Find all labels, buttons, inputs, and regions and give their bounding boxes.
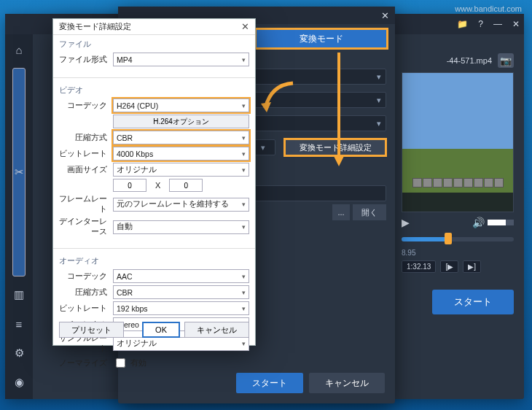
dialog-title: 変換モード詳細設定 (59, 21, 131, 32)
record-icon[interactable]: ◉ (12, 376, 26, 389)
x-separator: X (149, 181, 166, 190)
mark-out-icon[interactable]: ▶] (463, 260, 481, 273)
audio-section-title: オーディオ (59, 256, 249, 266)
advanced-encode-dialog: 変換モード詳細設定 ✕ ファイル ファイル形式 MP4▾ ビデオ コーデック H… (52, 18, 256, 346)
video-compress-select[interactable]: CBR▾ (113, 131, 249, 144)
framerate-select[interactable]: 元のフレームレートを維持する▾ (113, 198, 249, 212)
deinterlace-select[interactable]: 自動▾ (113, 220, 249, 234)
camera-icon[interactable]: 📷 (498, 53, 514, 68)
audio-codec-label: コーデック (59, 271, 110, 282)
video-height-field[interactable] (169, 179, 203, 192)
video-codec-label: コーデック (59, 101, 110, 111)
file-row: -44-571.mp4 📷 (447, 53, 514, 68)
video-bitrate-label: ビットレート (59, 149, 110, 159)
list-icon[interactable]: ≡ (12, 317, 26, 330)
normalize-checkbox[interactable] (116, 358, 125, 368)
speaker-icon[interactable]: 🔊 (472, 217, 485, 228)
seek-slider[interactable] (402, 237, 514, 241)
video-codec-select-dlg[interactable]: H264 (CPU)▾ (113, 98, 249, 112)
help-icon[interactable]: ? (478, 19, 483, 29)
mark-in-icon[interactable]: [▶ (440, 260, 458, 273)
normalize-label: ノーマライズ (59, 358, 110, 368)
preset-button[interactable]: プリセット (59, 322, 124, 338)
video-bitrate-select[interactable]: 4000 Kbps▾ (113, 147, 249, 160)
dialog-close-icon[interactable]: ✕ (241, 21, 249, 32)
filename-label: -44-571.mp4 (447, 56, 492, 65)
normalize-value: 有効 (130, 357, 146, 368)
audio-compress-select[interactable]: CBR▾ (113, 285, 249, 299)
video-width-field[interactable] (113, 179, 146, 192)
minimize-icon[interactable]: — (493, 19, 502, 29)
samplerate-select[interactable]: オリジナル▾ (113, 337, 249, 351)
editor-start-button[interactable]: スタート (432, 290, 514, 314)
dialog-titlebar: 変換モード詳細設定 ✕ (53, 19, 255, 35)
cut-icon[interactable]: ✂ (12, 68, 26, 276)
export-cancel-button[interactable]: キャンセル (309, 373, 385, 393)
ok-button[interactable]: OK (142, 322, 180, 338)
timeline-icon[interactable]: ▥ (12, 288, 26, 301)
h264-options-button[interactable]: H.264オプション (113, 115, 249, 128)
tab-encode-mode[interactable]: 変換モード (255, 28, 388, 49)
home-icon[interactable]: ⌂ (12, 43, 26, 56)
deinterlace-label: デインターレース (59, 217, 110, 237)
audio-bitrate-label: ビットレート (59, 303, 110, 314)
file-section-title: ファイル (59, 39, 249, 50)
volume-control[interactable]: 🔊 (472, 217, 514, 228)
stat-text: 8.95 (402, 249, 514, 257)
video-size-select[interactable]: オリジナル▾ (113, 163, 249, 177)
timecode-row: 1:32.13 [▶ ▶] (402, 260, 514, 273)
seek-thumb[interactable] (445, 233, 452, 244)
gear-icon[interactable]: ⚙ (12, 347, 26, 360)
video-compress-label: 圧縮方式 (59, 133, 110, 143)
export-close-icon[interactable]: ✕ (381, 10, 389, 21)
framerate-label: フレームレート (59, 194, 110, 214)
cancel-button[interactable]: キャンセル (184, 322, 249, 338)
playback-bar: ▶ 🔊 (402, 217, 514, 228)
audio-codec-select-dlg[interactable]: AAC▾ (113, 269, 249, 283)
audio-bitrate-select[interactable]: 192 kbps▾ (113, 301, 249, 315)
timecode-value: 1:32.13 (402, 260, 436, 273)
tool-sidebar: ⌂ ✂ ▥ ≡ ⚙ ◉ (5, 34, 33, 399)
video-size-label: 画面サイズ (59, 165, 110, 175)
file-format-select[interactable]: MP4▾ (113, 53, 249, 66)
audio-compress-label: 圧縮方式 (59, 287, 110, 298)
watermark-text: www.bandicut.com (455, 4, 522, 13)
video-section-title: ビデオ (59, 85, 249, 96)
open-folder-icon[interactable]: 📁 (457, 19, 468, 29)
file-format-label: ファイル形式 (59, 55, 110, 65)
open-folder-button[interactable]: 開く (353, 204, 386, 220)
close-icon[interactable]: ✕ (512, 19, 520, 29)
video-preview[interactable] (402, 72, 514, 212)
play-icon[interactable]: ▶ (402, 217, 410, 228)
advanced-settings-button[interactable]: 変換モード詳細設定 (284, 139, 386, 156)
browse-dots-button[interactable]: ... (332, 204, 350, 220)
